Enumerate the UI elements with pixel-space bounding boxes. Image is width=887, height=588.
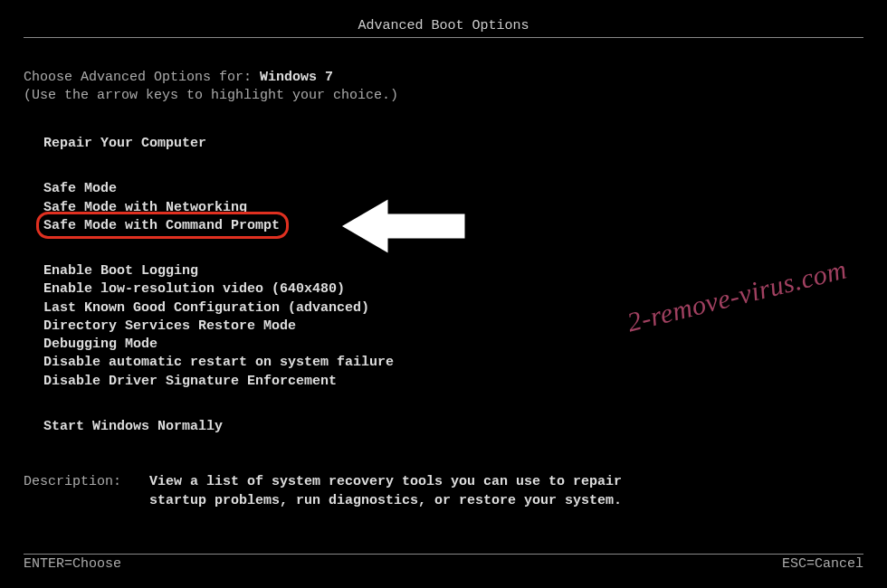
safe-mode-group: Safe Mode Safe Mode with Networking Safe…: [43, 180, 863, 235]
normal-group: Start Windows Normally: [43, 418, 863, 436]
option-disable-auto-restart[interactable]: Disable automatic restart on system fail…: [43, 354, 863, 372]
option-safe-mode[interactable]: Safe Mode: [43, 180, 863, 198]
description-section: Description: View a list of system recov…: [24, 472, 863, 510]
option-boot-logging[interactable]: Enable Boot Logging: [43, 262, 863, 280]
title-bar: Advanced Boot Options: [24, 18, 863, 38]
option-last-known-good[interactable]: Last Known Good Configuration (advanced): [43, 299, 863, 318]
highlighted-option-wrapper: Safe Mode with Command Prompt: [43, 217, 280, 235]
description-text: View a list of system recovery tools you…: [149, 472, 656, 510]
option-disable-driver-sig[interactable]: Disable Driver Signature Enforcement: [43, 373, 863, 391]
choose-prefix: Choose Advanced Options for:: [24, 70, 260, 85]
option-ds-restore-mode[interactable]: Directory Services Restore Mode: [43, 318, 863, 336]
repair-group: Repair Your Computer: [43, 135, 863, 153]
option-repair-computer[interactable]: Repair Your Computer: [43, 135, 863, 153]
footer-bar: ENTER=Choose ESC=Cancel: [24, 554, 863, 572]
esc-hint: ESC=Cancel: [782, 556, 863, 572]
option-safe-mode-networking[interactable]: Safe Mode with Networking: [43, 199, 863, 217]
instructions-block: Choose Advanced Options for: Windows 7 (…: [24, 69, 863, 104]
description-label: Description:: [24, 472, 141, 491]
option-start-normally[interactable]: Start Windows Normally: [43, 418, 863, 436]
arrow-key-hint: (Use the arrow keys to highlight your ch…: [24, 88, 398, 103]
option-debugging-mode[interactable]: Debugging Mode: [43, 336, 863, 354]
os-name: Windows 7: [260, 70, 333, 85]
page-title: Advanced Boot Options: [358, 18, 529, 33]
enter-hint: ENTER=Choose: [24, 556, 121, 572]
option-safe-mode-cmd[interactable]: Safe Mode with Command Prompt: [43, 217, 280, 235]
advanced-group: Enable Boot Logging Enable low-resolutio…: [43, 262, 863, 391]
option-low-res-video[interactable]: Enable low-resolution video (640x480): [43, 280, 863, 299]
